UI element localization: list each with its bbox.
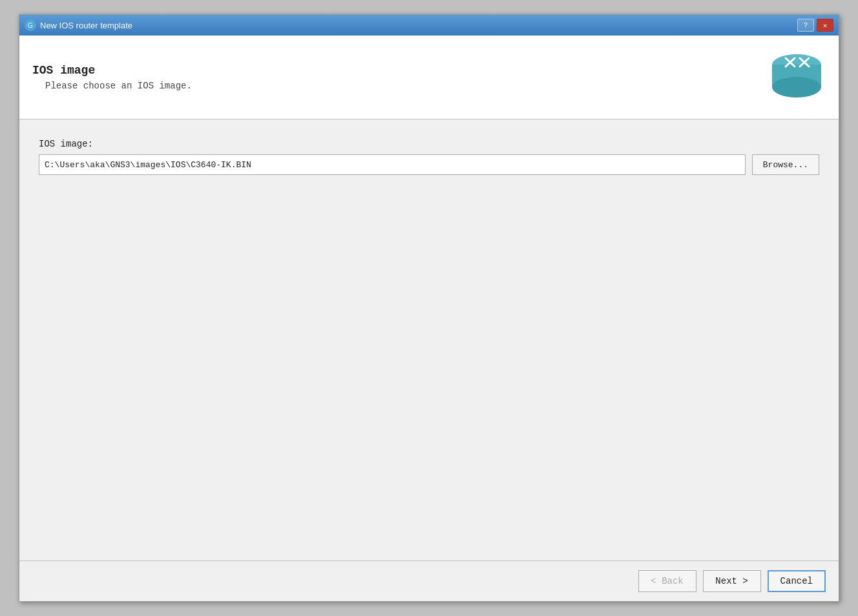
svg-point-4 bbox=[772, 77, 821, 98]
ios-image-input[interactable] bbox=[39, 154, 746, 175]
title-bar: G New IOS router template ? ✕ bbox=[19, 15, 839, 36]
header-text: IOS image Please choose an IOS image. bbox=[32, 64, 768, 91]
header-area: IOS image Please choose an IOS image. bbox=[19, 36, 839, 119]
footer-area: < Back Next > Cancel bbox=[19, 560, 839, 601]
title-bar-left: G New IOS router template bbox=[25, 19, 132, 31]
svg-text:G: G bbox=[28, 22, 33, 29]
window-title: New IOS router template bbox=[40, 21, 132, 30]
title-bar-buttons: ? ✕ bbox=[797, 19, 833, 32]
header-subtitle: Please choose an IOS image. bbox=[45, 81, 768, 91]
close-button[interactable]: ✕ bbox=[817, 19, 833, 32]
field-row: Browse... bbox=[39, 154, 819, 175]
content-area: IOS image: Browse... bbox=[19, 119, 839, 560]
cancel-button[interactable]: Cancel bbox=[768, 570, 826, 592]
help-button[interactable]: ? bbox=[797, 19, 814, 32]
header-title: IOS image bbox=[32, 64, 768, 77]
next-button[interactable]: Next > bbox=[703, 570, 761, 592]
main-window: G New IOS router template ? ✕ IOS image … bbox=[19, 14, 839, 602]
back-button[interactable]: < Back bbox=[638, 570, 696, 592]
image-label: IOS image: bbox=[39, 139, 819, 149]
app-icon: G bbox=[25, 19, 36, 31]
router-icon bbox=[768, 48, 826, 107]
browse-button[interactable]: Browse... bbox=[752, 154, 819, 175]
